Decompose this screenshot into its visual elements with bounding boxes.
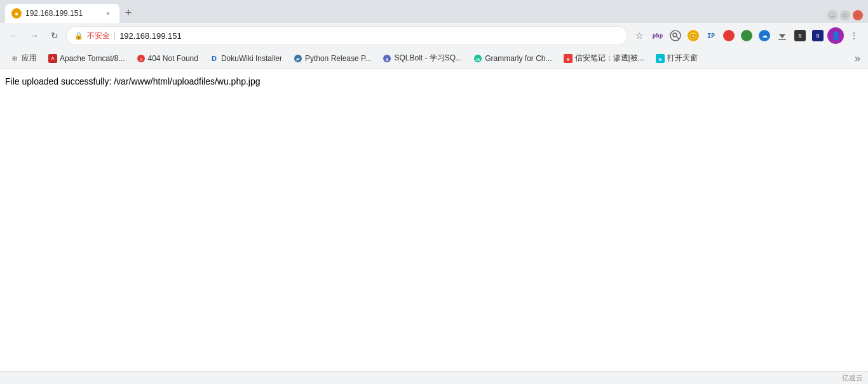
open-window-favicon-icon: S (656, 54, 665, 63)
address-text: 192.168.199.151 (119, 31, 620, 41)
maximize-button[interactable]: □ (840, 10, 850, 20)
python-favicon-icon: P (294, 54, 302, 63)
address-bar[interactable]: 🔒 不安全 | 192.168.199.151 (66, 26, 628, 45)
svg-text:X: X (566, 56, 570, 62)
tab-favicon: ● (11, 8, 22, 18)
bookmark-apache[interactable]: A Apache Tomcat/8... (43, 51, 130, 66)
svg-marker-3 (779, 34, 785, 38)
security-icon: 🔒 (74, 32, 83, 40)
bookmark-xian[interactable]: X 信安笔记：渗透|被... (559, 51, 649, 66)
active-tab[interactable]: ● 192.168.199.151 × (5, 4, 119, 23)
svg-text:G: G (476, 56, 480, 62)
record-extension-icon[interactable] (721, 27, 737, 44)
svg-line-2 (677, 37, 679, 39)
browser-window: ● 192.168.199.151 × + — □ × ← → ↻ 🔒 不安全 … (0, 0, 868, 384)
emoji-extension-icon[interactable]: 😊 (685, 27, 702, 44)
extension-icons: php 😊 IP (649, 27, 826, 44)
tab-close-button[interactable]: × (103, 8, 113, 18)
bookmark-sqlbolt-label: SQLBolt - 学习SQ... (394, 53, 462, 64)
separator: | (114, 31, 116, 40)
dokuwiki-favicon-icon: D (210, 54, 219, 63)
back-button[interactable]: ← (5, 27, 23, 45)
star-button[interactable]: ☆ (630, 27, 648, 45)
svg-point-1 (673, 33, 677, 37)
svg-text:S: S (386, 57, 389, 61)
bookmark-404[interactable]: ! 404 Not Found (132, 51, 203, 66)
grammarly-favicon-icon: G (473, 54, 482, 63)
minimize-button[interactable]: — (827, 10, 837, 20)
more-options-button[interactable]: ⋮ (845, 27, 863, 45)
bookmark-apps[interactable]: ⊞ 应用 (5, 51, 42, 66)
xian-favicon-icon: X (564, 54, 573, 63)
bookmark-apache-label: Apache Tomcat/8... (60, 54, 125, 63)
bookmark-python-label: Python Release P... (305, 54, 372, 63)
profile-button[interactable]: 👤 (827, 27, 844, 44)
watermark-text: 亿速云 (842, 373, 863, 383)
new-tab-button[interactable]: + (119, 4, 137, 22)
ip-extension-icon[interactable]: IP (703, 27, 719, 44)
apps-favicon-icon: ⊞ (10, 54, 19, 63)
bottom-bar: 亿速云 (0, 371, 868, 384)
bookmark-grammarly[interactable]: G Grammarly for Ch... (468, 51, 557, 66)
insecure-label: 不安全 (87, 31, 110, 41)
toolbar: ← → ↻ 🔒 不安全 | 192.168.199.151 ☆ php (0, 23, 868, 48)
bookmark-python[interactable]: P Python Release P... (288, 51, 377, 66)
php-extension-icon[interactable]: php (649, 27, 666, 44)
bookmark-open-window[interactable]: S 打开天窗 (651, 51, 703, 66)
404-favicon-icon: ! (137, 54, 146, 63)
search-extension-icon[interactable] (667, 27, 684, 44)
cloud-extension-icon[interactable]: ☁ (756, 27, 773, 44)
page-content: File uploaded successfully: /var/www/htm… (0, 69, 868, 371)
svg-text:S: S (658, 56, 662, 62)
reload-button[interactable]: ↻ (46, 27, 64, 45)
bookmark-apps-label: 应用 (22, 53, 37, 64)
upload-success-message: File uploaded successfully: /var/www/htm… (5, 76, 863, 86)
window-controls: — □ × (827, 10, 863, 20)
bookmark-dokuwiki[interactable]: D DokuWiki Installer (205, 51, 287, 66)
bookmarks-more-button[interactable]: » (852, 53, 863, 64)
bookmark-xian-label: 信安笔记：渗透|被... (575, 53, 644, 64)
bookmark-open-window-label: 打开天窗 (667, 53, 698, 64)
ext1-extension-icon[interactable]: S (792, 27, 808, 44)
toolbar-icons: ☆ php 😊 IP (630, 27, 863, 45)
apache-favicon-icon: A (48, 54, 57, 63)
download-extension-icon[interactable] (774, 27, 790, 44)
forward-button[interactable]: → (25, 27, 43, 45)
bookmarks-bar: ⊞ 应用 A Apache Tomcat/8... ! 404 Not Foun… (0, 48, 868, 69)
svg-point-0 (670, 31, 681, 41)
bookmark-dokuwiki-label: DokuWiki Installer (221, 54, 282, 63)
bookmark-sqlbolt[interactable]: S SQLBolt - 学习SQ... (377, 51, 467, 66)
title-bar: ● 192.168.199.151 × + — □ × (0, 0, 868, 23)
tab-title: 192.168.199.151 (25, 9, 99, 18)
sqlbolt-favicon-icon: S (383, 54, 391, 63)
close-button[interactable]: × (853, 10, 863, 20)
ext2-extension-icon[interactable]: S (810, 27, 826, 44)
svg-text:P: P (296, 56, 300, 62)
bookmark-grammarly-label: Grammarly for Ch... (485, 54, 552, 63)
svg-text:!: ! (140, 56, 142, 62)
bookmark-404-label: 404 Not Found (148, 54, 198, 63)
tab-bar: ● 192.168.199.151 × + (5, 4, 822, 23)
green-extension-icon[interactable] (738, 27, 755, 44)
